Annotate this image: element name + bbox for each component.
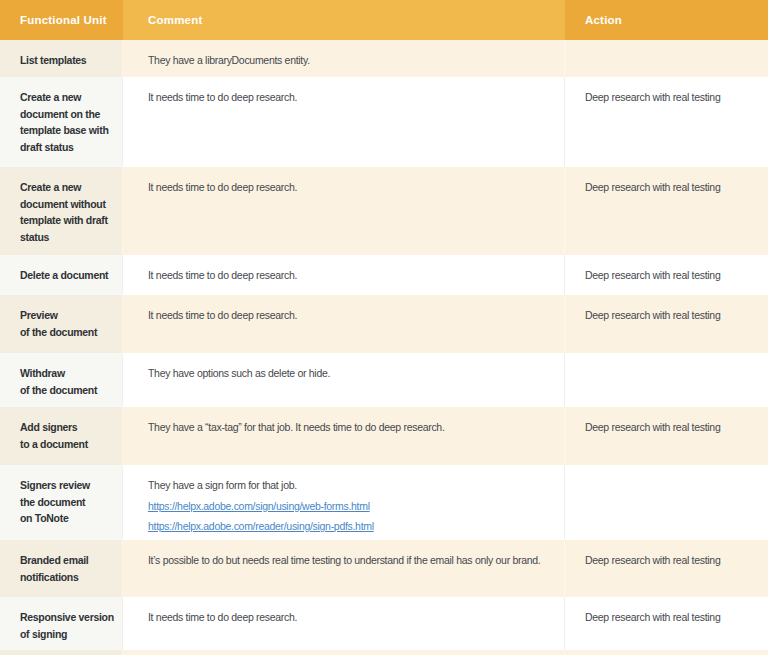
table-header-row: Functional Unit Comment Action — [0, 0, 768, 40]
action-cell: Deep research with real testing — [565, 597, 768, 650]
comment-text: It’s possible to do but needs real time … — [148, 552, 562, 569]
functional-unit-text: Responsive version of signing — [20, 611, 114, 640]
table-row-delete-document: Delete a document It needs time to do de… — [0, 255, 768, 295]
functional-unit-text: Preview of the document — [20, 309, 97, 338]
table-row-add-signers: Add signers to a document They have a “t… — [0, 407, 768, 465]
action-text: Deep research with real testing — [585, 419, 766, 436]
functional-unit-text: Signers review the document on ToNote — [20, 479, 90, 524]
header-label-action: Action — [585, 12, 622, 29]
table-row-responsive-signing: Responsive version of signing It needs t… — [0, 597, 768, 650]
functional-unit-text: Withdraw of the document — [20, 367, 97, 396]
action-cell — [565, 353, 768, 407]
functional-unit-text: Create a new document on the template ba… — [20, 91, 109, 153]
action-cell — [565, 465, 768, 540]
table-row-create-without-template: Create a new document without template w… — [0, 167, 768, 255]
action-cell: Deep research with real testing — [565, 540, 768, 597]
functional-unit-text: Branded email notifications — [20, 554, 88, 583]
functional-unit-cell: Withdraw of the document — [0, 353, 123, 407]
feature-table: Functional Unit Comment Action List temp… — [0, 0, 768, 655]
adobe-web-forms-link[interactable]: https://helpx.adobe.com/sign/using/web-f… — [148, 498, 562, 515]
action-text: Deep research with real testing — [585, 89, 766, 106]
table-row-signers-review: Signers review the document on ToNote Th… — [0, 465, 768, 540]
table-row-partial — [0, 650, 768, 655]
header-label-comment: Comment — [148, 12, 202, 29]
header-cell-action: Action — [565, 0, 768, 40]
comment-text: It needs time to do deep research. — [148, 267, 562, 284]
header-cell-functional-unit: Functional Unit — [0, 0, 123, 40]
functional-unit-cell: Add signers to a document — [0, 407, 123, 465]
comment-text: It needs time to do deep research. — [148, 179, 562, 196]
comment-text: They have a libraryDocuments entity. — [148, 52, 562, 69]
functional-unit-text: Delete a document — [20, 269, 108, 281]
comment-text: It needs time to do deep research. — [148, 609, 562, 626]
action-text: Deep research with real testing — [585, 179, 766, 196]
table-row-create-from-template: Create a new document on the template ba… — [0, 77, 768, 167]
functional-unit-cell: Create a new document without template w… — [0, 167, 123, 255]
comment-cell: They have a “tax-tag” for that job. It n… — [123, 407, 565, 465]
comment-cell: It needs time to do deep research. — [123, 255, 565, 295]
comment-cell: They have options such as delete or hide… — [123, 353, 565, 407]
table-row-list-templates: List templates They have a libraryDocume… — [0, 40, 768, 77]
comment-text: They have a sign form for that job. — [148, 477, 562, 494]
comment-cell: It needs time to do deep research. — [123, 295, 565, 353]
table-row-preview-document: Preview of the document It needs time to… — [0, 295, 768, 353]
functional-unit-cell: Responsive version of signing — [0, 597, 123, 650]
functional-unit-cell: Signers review the document on ToNote — [0, 465, 123, 540]
functional-unit-cell: Create a new document on the template ba… — [0, 77, 123, 167]
header-label-functional-unit: Functional Unit — [20, 12, 107, 29]
action-text: Deep research with real testing — [585, 307, 766, 324]
comment-cell: It needs time to do deep research. — [123, 597, 565, 650]
action-cell — [565, 40, 768, 77]
comment-cell: They have a libraryDocuments entity. — [123, 40, 565, 77]
functional-unit-cell: Preview of the document — [0, 295, 123, 353]
action-cell — [565, 650, 768, 655]
comment-cell: It’s possible to do but needs real time … — [123, 540, 565, 597]
action-cell: Deep research with real testing — [565, 407, 768, 465]
adobe-sign-pdfs-link[interactable]: https://helpx.adobe.com/reader/using/sig… — [148, 518, 562, 535]
comment-cell — [123, 650, 565, 655]
functional-unit-text: List templates — [20, 54, 86, 66]
table-row-withdraw-document: Withdraw of the document They have optio… — [0, 353, 768, 407]
comment-text: They have options such as delete or hide… — [148, 365, 562, 382]
functional-unit-text: Create a new document without template w… — [20, 181, 108, 243]
action-cell: Deep research with real testing — [565, 77, 768, 167]
comment-text: It needs time to do deep research. — [148, 89, 562, 106]
comment-text: They have a “tax-tag” for that job. It n… — [148, 419, 562, 436]
header-cell-comment: Comment — [123, 0, 565, 40]
functional-unit-cell: Branded email notifications — [0, 540, 123, 597]
action-cell: Deep research with real testing — [565, 255, 768, 295]
functional-unit-text: Add signers to a document — [20, 421, 88, 450]
functional-unit-cell — [0, 650, 123, 655]
action-cell: Deep research with real testing — [565, 295, 768, 353]
action-text: Deep research with real testing — [585, 267, 766, 284]
action-text: Deep research with real testing — [585, 552, 766, 569]
functional-unit-cell: Delete a document — [0, 255, 123, 295]
comment-cell: It needs time to do deep research. — [123, 167, 565, 255]
table-row-branded-email: Branded email notifications It’s possibl… — [0, 540, 768, 597]
action-cell: Deep research with real testing — [565, 167, 768, 255]
action-text: Deep research with real testing — [585, 609, 766, 626]
comment-text: It needs time to do deep research. — [148, 307, 562, 324]
comment-cell: It needs time to do deep research. — [123, 77, 565, 167]
comment-cell: They have a sign form for that job. http… — [123, 465, 565, 540]
functional-unit-cell: List templates — [0, 40, 123, 77]
